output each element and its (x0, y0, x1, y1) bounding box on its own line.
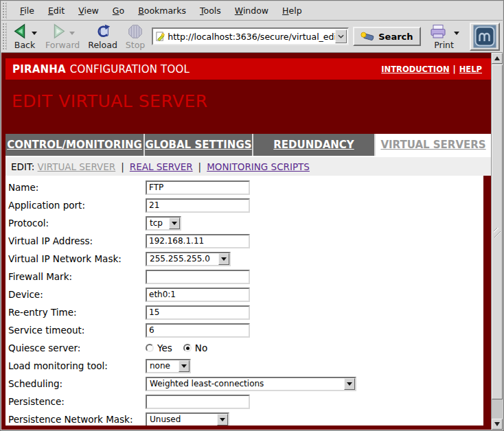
arrow-down-icon (494, 422, 500, 426)
radio-label: No (195, 342, 207, 353)
scrollbar-thumb[interactable] (492, 65, 503, 399)
mozilla-logo-icon (473, 25, 496, 48)
re-entry-time-input[interactable] (146, 305, 250, 320)
row-persistence: Persistence: (8, 393, 483, 410)
protocol-select[interactable]: tcp (146, 216, 181, 231)
persistence-input[interactable] (146, 395, 250, 409)
chevron-down-icon (181, 364, 187, 368)
tab-label: VIRTUAL SERVERS (380, 139, 485, 151)
page-title: EDIT VIRTUAL SERVER (12, 91, 208, 111)
mozilla-logo-button[interactable] (470, 23, 500, 51)
tab-global-settings[interactable]: GLOBAL SETTINGS (145, 134, 253, 156)
help-link[interactable]: HELP (459, 65, 482, 74)
print-dropdown-arrow[interactable] (454, 32, 459, 35)
piranha-page: PIRANHACONFIGURATION TOOL INTRODUCTION|H… (1, 53, 491, 430)
selected-value: tcp (147, 218, 169, 228)
print-icon (429, 24, 447, 39)
field-label-firewall-mark: Firewall Mark: (8, 271, 146, 282)
firewall-mark-input[interactable] (146, 270, 250, 284)
radio-label: Yes (157, 342, 172, 353)
select-arrow-button[interactable] (217, 414, 228, 426)
field-label-virtual-ip-network-mask: Virtual IP Network Mask: (8, 253, 146, 264)
stop-button[interactable]: Stop (122, 22, 148, 51)
row-virtual-ip-network-mask: Virtual IP Network Mask:255.255.255.0 (8, 250, 483, 268)
virtual-ip-address-input[interactable] (146, 234, 250, 248)
browser-window: FileEditViewGoBookmarksToolsWindowHelp B… (0, 0, 504, 431)
tab-virtual-servers[interactable]: VIRTUAL SERVERS (376, 134, 491, 156)
chevron-down-icon (220, 418, 225, 421)
field-label-persistence: Persistence: (8, 396, 146, 407)
search-icon (360, 32, 376, 42)
arrow-up-icon (494, 56, 500, 60)
search-label: Search (378, 32, 413, 42)
field-label-quiesce-server: Quiesce server: (8, 342, 146, 353)
menubar-grippy[interactable] (2, 2, 7, 19)
subnav-link-real-server[interactable]: REAL SERVER (130, 161, 193, 172)
menu-window[interactable]: Window (229, 3, 275, 19)
quiesce-server-radio-no[interactable]: No (183, 342, 207, 353)
piranha-banner: PIRANHACONFIGURATION TOOL INTRODUCTION|H… (5, 58, 491, 80)
url-input[interactable] (168, 30, 335, 43)
menu-help[interactable]: Help (276, 3, 308, 19)
menu-go[interactable]: Go (106, 3, 130, 19)
persistence-network-mask-select[interactable]: Unused (146, 412, 229, 426)
application-port-input[interactable] (146, 198, 250, 213)
scrollbar-up-button[interactable] (492, 53, 503, 64)
select-arrow-button[interactable] (344, 378, 355, 390)
url-dropdown-button[interactable] (335, 30, 347, 43)
forward-icon (50, 23, 67, 40)
forward-button[interactable]: Forward (42, 22, 83, 51)
menu-edit[interactable]: Edit (42, 3, 71, 19)
scrollbar-down-button[interactable] (492, 419, 503, 430)
tab-control-monitoring[interactable]: CONTROL/MONITORING (5, 134, 145, 156)
service-timeout-input[interactable] (146, 323, 250, 338)
select-arrow-button[interactable] (169, 218, 180, 229)
load-monitoring-tool-select[interactable]: none (146, 359, 191, 373)
row-persistence-network-mask: Persistence Network Mask:Unused (8, 410, 483, 426)
menu-tools[interactable]: Tools (194, 3, 227, 19)
row-device: Device: (8, 286, 483, 303)
field-label-scheduling: Scheduling: (8, 378, 146, 389)
chevron-down-icon (338, 34, 344, 38)
radio-button[interactable] (146, 344, 154, 352)
subnav-link-monitoring-scripts[interactable]: MONITORING SCRIPTS (207, 161, 310, 172)
tab-label: REDUNDANCY (273, 139, 354, 151)
select-arrow-button[interactable] (179, 360, 190, 372)
back-button[interactable]: Back (9, 22, 41, 51)
menu-items: FileEditViewGoBookmarksToolsWindowHelp (8, 3, 308, 19)
location-icon (155, 32, 165, 42)
row-re-entry-time: Re-entry Time: (8, 303, 483, 321)
reload-icon (95, 23, 111, 40)
brand-title: PIRANHACONFIGURATION TOOL (12, 63, 190, 75)
introduction-link[interactable]: INTRODUCTION (381, 65, 449, 74)
subnav-current-virtual-server: VIRTUAL SERVER (38, 161, 116, 172)
field-label-application-port: Application port: (8, 200, 146, 211)
device-input[interactable] (146, 288, 250, 302)
back-label: Back (14, 40, 35, 50)
edit-subnav: EDIT: VIRTUAL SERVER|REAL SERVER|MONITOR… (5, 156, 491, 176)
print-button[interactable]: Print (426, 22, 463, 51)
field-label-name: Name: (8, 182, 146, 193)
toolbar-grippy[interactable] (2, 23, 7, 50)
reload-button[interactable]: Reload (84, 22, 121, 51)
subnav-separator: | (121, 161, 124, 172)
row-quiesce-server: Quiesce server:YesNo (8, 339, 483, 357)
scheduling-select[interactable]: Weighted least-connections (146, 377, 356, 391)
back-dropdown-arrow[interactable] (32, 32, 37, 35)
menu-bookmarks[interactable]: Bookmarks (132, 3, 192, 19)
menu-view[interactable]: View (72, 3, 105, 19)
radio-button[interactable] (183, 344, 192, 352)
field-label-service-timeout: Service timeout: (8, 325, 146, 336)
stop-label: Stop (126, 40, 145, 50)
search-button[interactable]: Search (353, 27, 420, 46)
field-label-virtual-ip-address: Virtual IP Address: (8, 235, 146, 246)
forward-dropdown-arrow[interactable] (69, 32, 75, 35)
menu-file[interactable]: File (14, 3, 41, 19)
scrollbar-track[interactable] (492, 64, 503, 419)
tab-redundancy[interactable]: REDUNDANCY (253, 134, 376, 156)
virtual-ip-network-mask-select[interactable]: 255.255.255.0 (146, 252, 231, 266)
forward-label: Forward (45, 40, 80, 50)
select-arrow-button[interactable] (218, 253, 229, 265)
quiesce-server-radio-yes[interactable]: Yes (146, 342, 172, 353)
name-input[interactable] (146, 180, 250, 195)
